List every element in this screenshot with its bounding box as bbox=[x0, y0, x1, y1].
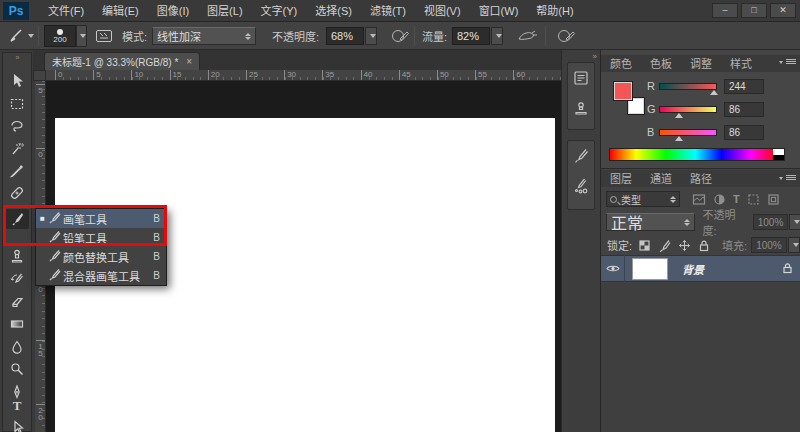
layer-opacity-value: 100% bbox=[753, 214, 788, 230]
history-panel-button[interactable] bbox=[568, 63, 594, 93]
minimize-button[interactable]: – bbox=[712, 3, 738, 18]
menu-item[interactable]: 选择(S) bbox=[306, 0, 361, 22]
flyout-menu-item[interactable]: ■ 混合器画笔工具 B bbox=[36, 266, 166, 285]
menu-item[interactable]: 视图(V) bbox=[415, 0, 470, 22]
eraser-tool[interactable] bbox=[5, 292, 29, 312]
toggle-brush-panel-button[interactable] bbox=[95, 22, 113, 50]
slider-handle[interactable] bbox=[675, 113, 683, 118]
lock-all-icon[interactable] bbox=[698, 239, 710, 252]
pressure-opacity-button[interactable] bbox=[390, 22, 410, 50]
menu-item[interactable]: 图层(L) bbox=[198, 0, 251, 22]
gradient-tool[interactable] bbox=[5, 314, 29, 334]
filter-pixel-layers-icon[interactable] bbox=[692, 193, 706, 206]
airbrush-button[interactable] bbox=[516, 22, 538, 50]
pressure-size-button[interactable] bbox=[556, 22, 576, 50]
red-channel-value[interactable]: 244 bbox=[724, 79, 764, 94]
airbrush-icon bbox=[516, 27, 538, 45]
photoshop-window: Ps 文件(F)编辑(E)图像(I)图层(L)文字(Y)选择(S)滤镜(T)视图… bbox=[0, 0, 800, 432]
path-selection-tool[interactable] bbox=[5, 417, 29, 432]
dodge-tool[interactable] bbox=[5, 359, 29, 379]
lock-transparent-pixels-icon[interactable] bbox=[638, 239, 651, 252]
move-tool[interactable] bbox=[5, 71, 29, 91]
flow-dropdown[interactable] bbox=[491, 27, 503, 45]
tool-preset-picker[interactable] bbox=[5, 22, 34, 50]
brush-preset-picker[interactable]: 200 bbox=[44, 22, 87, 50]
panel-tab[interactable]: 颜色 bbox=[601, 56, 641, 72]
brush-panel-button[interactable] bbox=[568, 141, 594, 171]
panel-tab[interactable]: 通道 bbox=[641, 171, 681, 187]
fill-label: 填充: bbox=[722, 237, 747, 253]
ruler-origin-corner[interactable] bbox=[33, 70, 46, 81]
panel-group bbox=[567, 62, 595, 130]
foreground-color-swatch[interactable] bbox=[613, 81, 633, 101]
healing-brush-tool[interactable] bbox=[5, 183, 29, 203]
clone-stamp-tool[interactable] bbox=[5, 246, 29, 266]
layer-filter-dropdown[interactable]: 类型 bbox=[606, 191, 680, 207]
panel-menu-icon[interactable] bbox=[782, 174, 796, 183]
tools-panel: » T bbox=[2, 52, 32, 432]
white-black-cap[interactable] bbox=[773, 149, 784, 160]
filter-shape-layers-icon[interactable] bbox=[747, 193, 760, 206]
filter-type-layers-icon[interactable]: T bbox=[733, 193, 740, 206]
menu-item[interactable]: 文件(F) bbox=[39, 0, 93, 22]
green-channel-value[interactable]: 86 bbox=[724, 102, 764, 117]
lock-options bbox=[638, 239, 710, 252]
panel-menu-icon[interactable] bbox=[782, 58, 796, 67]
brush-icon bbox=[48, 229, 63, 247]
eyedropper-tool[interactable] bbox=[5, 161, 29, 181]
blue-channel-value[interactable]: 86 bbox=[724, 125, 764, 140]
panel-tab[interactable]: 路径 bbox=[681, 171, 721, 187]
brush-picker-dropdown[interactable] bbox=[76, 25, 87, 47]
blend-mode-value: 正常 bbox=[611, 210, 643, 234]
panel-tab[interactable]: 调整 bbox=[681, 56, 721, 72]
lock-position-icon[interactable] bbox=[678, 239, 691, 252]
menu-item[interactable]: 图像(I) bbox=[148, 0, 198, 22]
flyout-menu-item[interactable]: ■ 颜色替换工具 B bbox=[36, 247, 166, 266]
close-tab-icon[interactable]: × bbox=[186, 56, 192, 67]
blend-mode-dropdown[interactable]: 线性加深 bbox=[152, 22, 256, 50]
brush-tool[interactable] bbox=[5, 209, 29, 229]
brush-presets-panel-button[interactable] bbox=[568, 171, 594, 201]
document-tab[interactable]: 未标题-1 @ 33.3%(RGB/8) * × bbox=[44, 52, 200, 70]
menu-item[interactable]: 滤镜(T) bbox=[361, 0, 415, 22]
flyout-menu-item[interactable]: ■ 铅笔工具 B bbox=[36, 228, 166, 247]
menu-item[interactable]: 编辑(E) bbox=[93, 0, 148, 22]
blur-tool[interactable] bbox=[5, 337, 29, 357]
close-button[interactable]: ✕ bbox=[770, 3, 796, 18]
menu-item[interactable]: 文字(Y) bbox=[252, 0, 307, 22]
panel-tab[interactable]: 色板 bbox=[641, 56, 681, 72]
magic-wand-tool[interactable] bbox=[5, 139, 29, 159]
opacity-dropdown[interactable] bbox=[365, 27, 377, 45]
slider-handle[interactable] bbox=[675, 136, 683, 141]
marquee-tool[interactable] bbox=[5, 94, 29, 114]
panel-tab[interactable]: 样式 bbox=[721, 56, 761, 72]
type-tool[interactable]: T bbox=[5, 396, 29, 416]
filter-smart-objects-icon[interactable] bbox=[767, 193, 780, 206]
expand-panels-icon[interactable]: » bbox=[593, 52, 596, 61]
panel-tab[interactable]: 图层 bbox=[601, 171, 641, 187]
panel-grip-icon[interactable]: » bbox=[3, 53, 31, 62]
flow-field[interactable]: 82% bbox=[452, 22, 503, 50]
layer-blend-mode-dropdown[interactable]: 正常 bbox=[606, 213, 695, 231]
layer-visibility-toggle[interactable] bbox=[601, 255, 625, 282]
menu-item[interactable]: 窗口(W) bbox=[470, 0, 528, 22]
menu-item[interactable]: 帮助(H) bbox=[527, 0, 582, 22]
green-channel-slider[interactable] bbox=[659, 106, 717, 113]
opacity-field[interactable]: 68% bbox=[326, 22, 377, 50]
clone-source-panel-button[interactable] bbox=[568, 93, 594, 123]
maximize-button[interactable]: □ bbox=[741, 3, 767, 18]
slider-handle[interactable] bbox=[710, 90, 718, 95]
layer-thumbnail[interactable] bbox=[632, 258, 668, 280]
lasso-tool[interactable] bbox=[5, 116, 29, 136]
horizontal-ruler[interactable]: 051015202530354045505560 bbox=[46, 70, 561, 81]
color-spectrum-ramp[interactable] bbox=[609, 148, 785, 161]
lock-image-pixels-icon[interactable] bbox=[658, 239, 671, 252]
color-panel: 颜色色板调整样式 R 244 G 86 B 86 bbox=[601, 55, 800, 168]
blue-channel-slider[interactable] bbox=[659, 129, 717, 136]
history-brush-tool[interactable] bbox=[5, 269, 29, 289]
filter-adjustment-layers-icon[interactable] bbox=[713, 193, 726, 206]
red-channel-slider[interactable] bbox=[659, 83, 717, 90]
blend-mode-row: 正常 不透明度: 100% bbox=[601, 212, 800, 232]
layer-row-background[interactable]: 背景 bbox=[601, 255, 800, 282]
flyout-menu-item[interactable]: ■ 画笔工具 B bbox=[36, 209, 166, 228]
